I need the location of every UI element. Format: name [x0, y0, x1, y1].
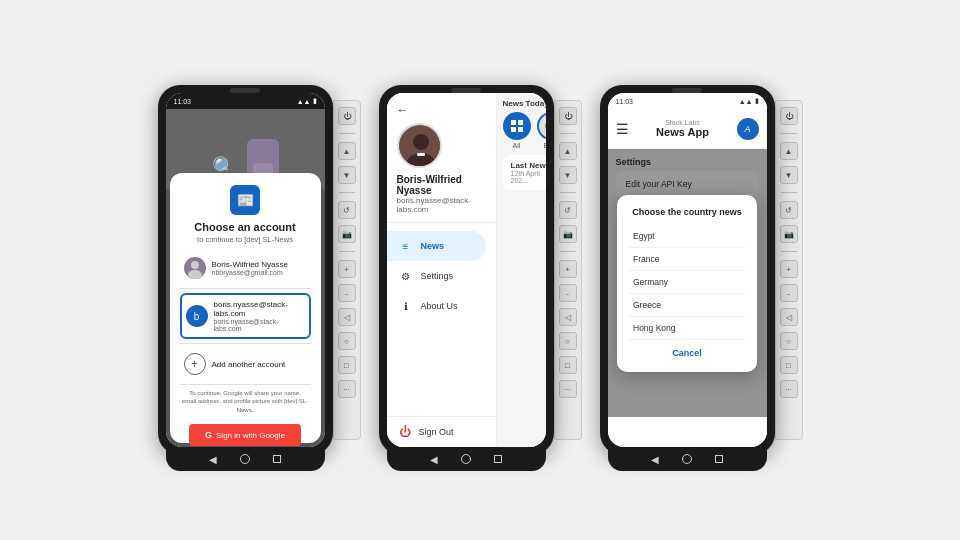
- emu2-power-btn[interactable]: ⏻: [559, 107, 577, 125]
- account2-letter: b: [194, 311, 200, 322]
- drawer-panel: ← Boris-Wilfried Nyasse: [387, 93, 497, 447]
- app-logo: A: [737, 118, 759, 140]
- emu2-more[interactable]: ···: [559, 380, 577, 398]
- dialog-item-egypt[interactable]: Egypt: [629, 225, 745, 248]
- last-news-section: Last News 12th April 202...: [503, 155, 546, 190]
- emu3-sep-2: [781, 192, 797, 193]
- phone1-status-bar: 11:03 ▲▲ ▮: [166, 93, 325, 109]
- back-button-3[interactable]: ◀: [649, 453, 661, 465]
- app-title: News App: [656, 126, 709, 138]
- battery-icon-3: ▮: [755, 97, 759, 105]
- account-item-2[interactable]: b boris.nyasse@stack-labs.com boris.nyas…: [180, 293, 311, 339]
- emu2-square[interactable]: □: [559, 356, 577, 374]
- emulator-sidebar-1: ⏻ ▲ ▼ ↺ 📷 + - ◁ ○ □ ···: [333, 100, 361, 440]
- emu-vol-down[interactable]: ▼: [338, 166, 356, 184]
- wifi-icon-3: ▲▲: [739, 98, 753, 105]
- wifi-icon: ▲▲: [297, 98, 311, 105]
- emu3-rotate[interactable]: ↺: [780, 201, 798, 219]
- dialog-item-germany[interactable]: Germany: [629, 271, 745, 294]
- emu3-more[interactable]: ···: [780, 380, 798, 398]
- dialog-cancel-btn[interactable]: Cancel: [629, 340, 745, 360]
- emu3-circle[interactable]: ○: [780, 332, 798, 350]
- choose-subtitle: to continue to [dev] SL-News: [180, 235, 311, 244]
- bus-tab-label: Bus.: [543, 142, 545, 149]
- emu3-vol-up[interactable]: ▲: [780, 142, 798, 160]
- dialog-item-greece[interactable]: Greece: [629, 294, 745, 317]
- google-g-icon: G: [205, 430, 212, 440]
- drawer-item-settings[interactable]: ⚙ Settings: [387, 261, 496, 291]
- sign-out-label: Sign Out: [419, 427, 454, 437]
- emu3-camera[interactable]: 📷: [780, 225, 798, 243]
- phone3-time: 11:03: [616, 98, 634, 105]
- emu2-zoom-out[interactable]: -: [559, 284, 577, 302]
- phone3-screen: 11:03 ▲▲ ▮ ☰ Stack Labs News App A: [608, 93, 767, 447]
- sign-in-button[interactable]: G Sign in with Google: [189, 424, 301, 446]
- emu-more[interactable]: ···: [338, 380, 356, 398]
- phone1-nav-bar: ◀: [166, 447, 325, 471]
- drawer-item-about[interactable]: ℹ About Us: [387, 291, 496, 321]
- emu2-rotate[interactable]: ↺: [559, 201, 577, 219]
- choose-title: Choose an account: [180, 221, 311, 233]
- news-tab-bus[interactable]: Bus.: [537, 112, 546, 149]
- emu-rotate[interactable]: ↺: [338, 201, 356, 219]
- drawer-header: ← Boris-Wilfried Nyasse: [387, 93, 496, 223]
- emu-zoom-out[interactable]: -: [338, 284, 356, 302]
- svg-rect-6: [511, 120, 516, 125]
- drawer-item-news[interactable]: ≡ News: [387, 231, 486, 261]
- settings-content: Settings Edit your API Key Choose the co…: [608, 149, 767, 417]
- emu3-power-btn[interactable]: ⏻: [780, 107, 798, 125]
- dialog-overlay: Choose the country news Egypt France Ger…: [608, 149, 767, 417]
- svg-point-3: [413, 134, 429, 150]
- emu3-sep-3: [781, 251, 797, 252]
- emu-circle[interactable]: ○: [338, 332, 356, 350]
- emu-power-btn[interactable]: ⏻: [338, 107, 356, 125]
- emu-vol-up[interactable]: ▲: [338, 142, 356, 160]
- profile-img: [399, 125, 442, 168]
- emu3-zoom-out[interactable]: -: [780, 284, 798, 302]
- emu2-zoom-in[interactable]: +: [559, 260, 577, 278]
- emu2-vol-down[interactable]: ▼: [559, 166, 577, 184]
- add-account-btn[interactable]: + Add another account: [180, 348, 311, 380]
- emu-camera[interactable]: 📷: [338, 225, 356, 243]
- tos-text: To continue, Google will share your name…: [180, 384, 311, 418]
- phone2-main-content: News Today: [497, 93, 546, 447]
- emu-zoom-in[interactable]: +: [338, 260, 356, 278]
- recents-button-3[interactable]: [713, 453, 725, 465]
- emu2-back[interactable]: ◁: [559, 308, 577, 326]
- emu3-square[interactable]: □: [780, 356, 798, 374]
- phone1-wrapper: 11:03 ▲▲ ▮ 🔍 📰: [158, 85, 361, 455]
- emu-back[interactable]: ◁: [338, 308, 356, 326]
- home-button-3[interactable]: [681, 453, 693, 465]
- recents-button-2[interactable]: [492, 453, 504, 465]
- phone3-nav-bar: ◀: [608, 447, 767, 471]
- all-tab-icon: [503, 112, 531, 140]
- emu3-vol-down[interactable]: ▼: [780, 166, 798, 184]
- all-tab-svg: [509, 118, 525, 134]
- home-button-2[interactable]: [460, 453, 472, 465]
- drawer-back-arrow[interactable]: ←: [397, 103, 486, 117]
- dialog-item-france[interactable]: France: [629, 248, 745, 271]
- emu3-zoom-in[interactable]: +: [780, 260, 798, 278]
- emu2-camera[interactable]: 📷: [559, 225, 577, 243]
- emu2-sep-2: [560, 192, 576, 193]
- news-tab-all[interactable]: All: [503, 112, 531, 149]
- svg-rect-7: [518, 120, 523, 125]
- drawer-menu: ≡ News ⚙ Settings ℹ About Us: [387, 223, 496, 416]
- svg-rect-8: [511, 127, 516, 132]
- sign-in-label: Sign in with Google: [216, 431, 285, 440]
- emu3-back[interactable]: ◁: [780, 308, 798, 326]
- dialog-item-hongkong[interactable]: Hong Kong: [629, 317, 745, 340]
- emu2-circle[interactable]: ○: [559, 332, 577, 350]
- menu-icon[interactable]: ☰: [616, 121, 629, 137]
- account-item-1[interactable]: Boris-Wilfried Nyasse nboryasse@gmail.co…: [180, 252, 311, 284]
- back-button-2[interactable]: ◀: [428, 453, 440, 465]
- home-button[interactable]: [239, 453, 251, 465]
- account1-email: nboryasse@gmail.com: [212, 269, 307, 276]
- recents-button[interactable]: [271, 453, 283, 465]
- all-tab-label: All: [513, 142, 521, 149]
- emu-square[interactable]: □: [338, 356, 356, 374]
- svg-point-1: [188, 270, 202, 279]
- back-button[interactable]: ◀: [207, 453, 219, 465]
- emu2-vol-up[interactable]: ▲: [559, 142, 577, 160]
- drawer-footer[interactable]: ⏻ Sign Out: [387, 416, 496, 447]
